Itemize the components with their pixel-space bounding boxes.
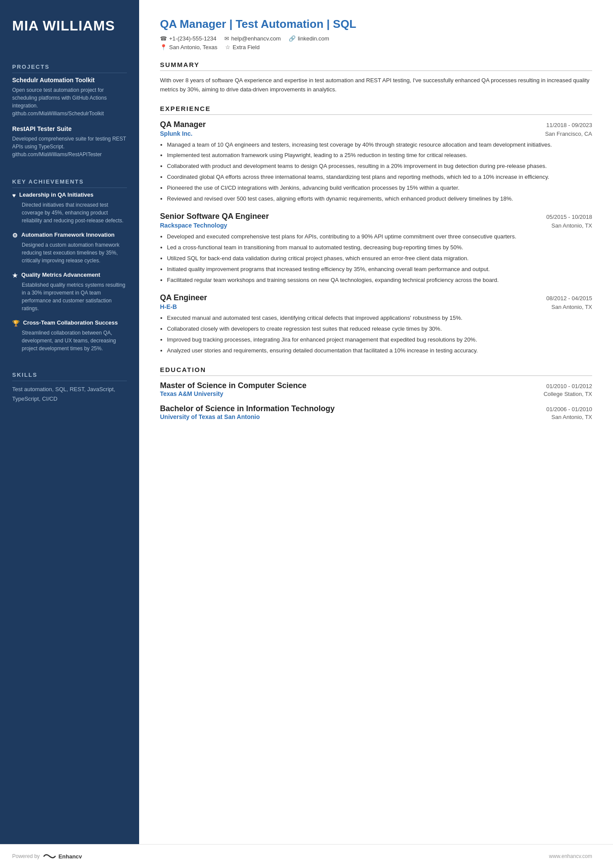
bullet-item: Analyzed user stories and requirements, … [167, 346, 592, 355]
exp-location: San Francisco, CA [545, 131, 592, 137]
bullet-item: Collaborated closely with developers to … [167, 325, 592, 334]
footer: Powered by Enhancv www.enhancv.com [0, 844, 613, 868]
exp-bullets: Executed manual and automated test cases… [160, 314, 592, 355]
bullet-item: Collaborated with product and developmen… [167, 162, 592, 171]
achievement-title: Quality Metrics Advancement [21, 271, 100, 278]
exp-company-row: Rackspace Technology San Antonio, TX [160, 222, 592, 229]
exp-location: San Antonio, TX [551, 222, 592, 229]
achievements-section-title: KEY ACHIEVEMENTS [12, 178, 127, 188]
email-text: help@enhancv.com [231, 35, 281, 42]
location-text: San Antonio, Texas [169, 44, 217, 50]
project-item: Schedulr Automation Toolkit Open source … [12, 77, 127, 117]
main-content: QA Manager | Test Automation | SQL ☎ +1-… [139, 0, 613, 868]
achievement-item: ♥ Leadership in QA Initiatives Directed … [12, 191, 127, 225]
exp-bullets: Managed a team of 10 QA engineers and te… [160, 141, 592, 204]
edu-degree: Master of Science in Computer Science [160, 381, 306, 390]
edu-header: Bachelor of Science in Information Techn… [160, 404, 592, 413]
phone-text: +1-(234)-555-1234 [169, 35, 217, 42]
experience-block: QA Manager 11/2018 - 09/2023 Splunk Inc.… [160, 120, 592, 204]
achievement-desc: Established quality metrics systems resu… [12, 281, 127, 312]
sidebar: MIA WILLIAMS PROJECTS Schedulr Automatio… [0, 0, 139, 868]
exp-job-title: QA Engineer [160, 293, 207, 302]
bullet-item: Developed and executed comprehensive tes… [167, 232, 592, 241]
education-section-title: EDUCATION [160, 366, 592, 376]
contact-location: 📍 San Antonio, Texas [160, 44, 217, 50]
bullet-item: Improved bug tracking processes, integra… [167, 335, 592, 345]
project-item: RestAPI Tester Suite Developed comprehen… [12, 125, 127, 158]
skills-section-title: SKILLS [12, 372, 127, 381]
exp-job-title: QA Manager [160, 120, 206, 129]
projects-section-title: PROJECTS [12, 64, 127, 73]
bullet-item: Pioneered the use of CI/CD integrations … [167, 184, 592, 193]
achievement-desc: Designed a custom automation framework r… [12, 241, 127, 265]
achievement-header: ♥ Leadership in QA Initiatives [12, 191, 127, 199]
summary-text: With over 8 years of software QA experie… [160, 76, 592, 94]
linkedin-icon: 🔗 [289, 35, 296, 42]
achievement-item: ⚙ Automation Framework Innovation Design… [12, 231, 127, 265]
exp-dates: 11/2018 - 09/2023 [546, 122, 592, 128]
star-icon: ★ [12, 272, 18, 279]
experience-block: QA Engineer 08/2012 - 04/2015 H-E-B San … [160, 293, 592, 355]
contact-row-2: 📍 San Antonio, Texas ☆ Extra Field [160, 44, 592, 50]
exp-job-title: Senior Software QA Engineer [160, 212, 269, 221]
footer-left: Powered by Enhancv [12, 852, 82, 860]
achievement-item: ★ Quality Metrics Advancement Establishe… [12, 271, 127, 312]
exp-header: QA Manager 11/2018 - 09/2023 [160, 120, 592, 129]
trophy-icon: 🏆 [12, 320, 20, 327]
bullet-item: Initiated quality improvement programs t… [167, 265, 592, 274]
bullet-item: Managed a team of 10 QA engineers and te… [167, 141, 592, 150]
contact-linkedin: 🔗 linkedin.com [289, 35, 329, 42]
edu-header: Master of Science in Computer Science 01… [160, 381, 592, 390]
exp-bullets: Developed and executed comprehensive tes… [160, 232, 592, 285]
project-desc: Open source test automation project for … [12, 86, 127, 117]
edu-school-row: Texas A&M University College Station, TX [160, 390, 592, 397]
project-title: Schedulr Automation Toolkit [12, 77, 127, 84]
extra-text: Extra Field [233, 44, 260, 50]
main-job-title: QA Manager | Test Automation | SQL [160, 17, 592, 31]
projects-list: Schedulr Automation Toolkit Open source … [12, 77, 127, 166]
enhancv-logo-icon [43, 852, 56, 860]
skills-text: Test automation, SQL, REST, JavaScript, … [12, 385, 127, 404]
exp-header: QA Engineer 08/2012 - 04/2015 [160, 293, 592, 302]
bullet-item: Led a cross-functional team in transitio… [167, 243, 592, 252]
exp-header: Senior Software QA Engineer 05/2015 - 10… [160, 212, 592, 221]
edu-school-row: University of Texas at San Antonio San A… [160, 413, 592, 420]
achievement-title: Cross-Team Collaboration Success [23, 319, 118, 326]
exp-company: H-E-B [160, 303, 177, 310]
edu-school: University of Texas at San Antonio [160, 413, 260, 420]
achievements-list: ♥ Leadership in QA Initiatives Directed … [12, 191, 127, 359]
edu-school: Texas A&M University [160, 390, 223, 397]
powered-by-text: Powered by [12, 853, 40, 859]
exp-dates: 05/2015 - 10/2018 [546, 214, 592, 220]
achievement-header: 🏆 Cross-Team Collaboration Success [12, 319, 127, 327]
edu-degree: Bachelor of Science in Information Techn… [160, 404, 335, 413]
bullet-item: Implemented test automation framework us… [167, 151, 592, 160]
contact-row: ☎ +1-(234)-555-1234 ✉ help@enhancv.com 🔗… [160, 35, 592, 42]
linkedin-text: linkedin.com [298, 35, 329, 42]
project-desc: Developed comprehensive suite for testin… [12, 135, 127, 158]
phone-icon: ☎ [160, 35, 167, 42]
achievement-desc: Directed initiatives that increased test… [12, 201, 127, 225]
gear-icon: ⚙ [12, 232, 18, 239]
education-block: Bachelor of Science in Information Techn… [160, 404, 592, 420]
achievement-desc: Streamlined collaboration between QA, de… [12, 329, 127, 352]
bullet-item: Reviewed and revised over 500 test cases… [167, 194, 592, 204]
bullet-item: Coordinated global QA efforts across thr… [167, 173, 592, 182]
exp-company-row: H-E-B San Antonio, TX [160, 303, 592, 310]
email-icon: ✉ [224, 35, 229, 42]
heart-icon: ♥ [12, 192, 16, 199]
contact-email: ✉ help@enhancv.com [224, 35, 281, 42]
exp-company: Rackspace Technology [160, 222, 227, 229]
experience-section-title: EXPERIENCE [160, 105, 592, 115]
footer-logo: Enhancv [43, 852, 82, 860]
bullet-item: Executed manual and automated test cases… [167, 314, 592, 323]
candidate-name: MIA WILLIAMS [12, 17, 127, 34]
bullet-item: Facilitated regular team workshops and t… [167, 276, 592, 285]
edu-dates: 01/2010 - 01/2012 [546, 383, 592, 389]
bullet-item: Utilized SQL for back-end data validatio… [167, 254, 592, 263]
location-icon: 📍 [160, 44, 167, 50]
edu-dates: 01/2006 - 01/2010 [546, 406, 592, 412]
edu-location: College Station, TX [543, 391, 592, 397]
education-block: Master of Science in Computer Science 01… [160, 381, 592, 397]
brand-name: Enhancv [58, 853, 82, 860]
